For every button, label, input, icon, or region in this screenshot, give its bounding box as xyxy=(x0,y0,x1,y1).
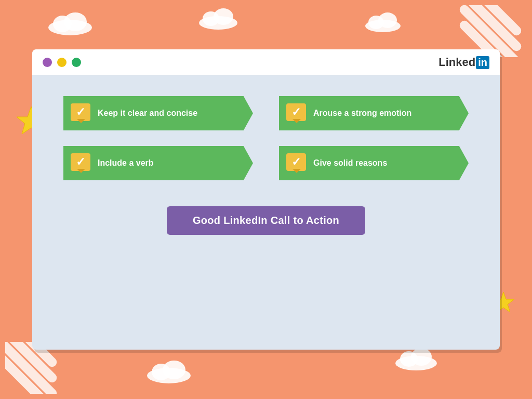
cloud-top-right-area xyxy=(364,10,403,32)
svg-point-11 xyxy=(163,361,185,379)
browser-window: Linkedin Keep it clear and concise Arous… xyxy=(32,49,500,350)
stripes-bottom-left-decoration xyxy=(5,342,68,394)
checkbox-icon-3 xyxy=(71,153,91,173)
checkbox-icon-1 xyxy=(71,103,91,123)
checklist-item-4: Give solid reasons xyxy=(279,146,469,180)
checkmark-4 xyxy=(286,153,306,171)
cloud-top-center xyxy=(197,6,239,30)
checkmark-triangle-2 xyxy=(292,119,301,123)
checklist-item-3: Include a verb xyxy=(63,146,253,180)
svg-point-5 xyxy=(214,8,233,25)
linkedin-in-box: in xyxy=(476,56,489,69)
item-label-2: Arouse a strong emotion xyxy=(313,109,411,118)
checklist-grid: Keep it clear and concise Arouse a stron… xyxy=(63,96,469,180)
checklist-item-2: Arouse a strong emotion xyxy=(279,96,469,130)
checkmark-triangle-1 xyxy=(77,119,85,123)
checkmark-triangle-3 xyxy=(77,169,85,173)
checkmark-1 xyxy=(71,103,90,121)
browser-content: Keep it clear and concise Arouse a stron… xyxy=(32,75,500,256)
checkmark-triangle-4 xyxy=(292,169,301,173)
svg-point-8 xyxy=(378,12,397,28)
item-label-4: Give solid reasons xyxy=(313,158,387,168)
cloud-top-left xyxy=(47,9,94,35)
window-dot-yellow[interactable] xyxy=(57,58,66,67)
item-label-3: Include a verb xyxy=(98,158,154,168)
window-dot-green[interactable] xyxy=(72,58,81,67)
checkmark-3 xyxy=(71,153,90,171)
checkbox-icon-4 xyxy=(286,153,307,173)
svg-point-2 xyxy=(64,12,87,31)
cloud-bottom-center-left xyxy=(145,357,192,383)
window-controls xyxy=(43,58,81,67)
checkmark-2 xyxy=(286,103,306,121)
linkedin-text: Linked xyxy=(438,56,475,69)
item-label-1: Keep it clear and concise xyxy=(98,109,197,118)
checkbox-icon-2 xyxy=(286,103,307,123)
browser-titlebar: Linkedin xyxy=(32,49,500,75)
cta-button[interactable]: Good LinkedIn Call to Action xyxy=(167,206,365,235)
window-dot-purple[interactable] xyxy=(43,58,52,67)
svg-point-14 xyxy=(411,348,432,366)
checklist-item-1: Keep it clear and concise xyxy=(63,96,253,130)
linkedin-logo: Linkedin xyxy=(438,56,489,69)
